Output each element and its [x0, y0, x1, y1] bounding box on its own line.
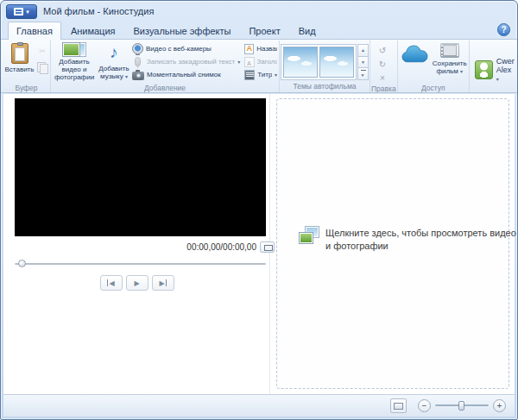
gallery-scroll-down-button[interactable]: ▼	[357, 56, 369, 68]
rotate-right-button[interactable]: ↻	[375, 58, 390, 70]
next-frame-button[interactable]: ▶	[152, 275, 174, 291]
webcam-icon	[132, 43, 143, 54]
ribbon-group-add: Добавить видео и фотографии ♪ Добавить м…	[51, 41, 280, 92]
tab-project[interactable]: Проект	[240, 22, 288, 39]
ribbon: Вставить ✂ Буфер Добавить видео и фотогр…	[1, 39, 517, 93]
record-narration-button[interactable]: Записать закадровый текст ▾	[131, 55, 243, 68]
snapshot-button[interactable]: Моментальный снимок	[131, 68, 243, 81]
ribbon-group-edit: ↺ ↻ × Правка	[370, 41, 398, 92]
add-videos-button[interactable]: Добавить видео и фотографии	[52, 41, 97, 83]
scissors-icon: ✂	[39, 47, 46, 55]
zoom-in-button[interactable]: +	[493, 399, 506, 412]
photos-icon	[300, 227, 319, 243]
play-button[interactable]: ▶	[126, 275, 148, 291]
save-movie-label: Сохранить фильм ▾	[433, 60, 467, 76]
chevron-down-icon: ▾	[125, 74, 128, 79]
microphone-icon	[135, 57, 141, 66]
ribbon-tab-row: Главная Анимация Визуальные эффекты Прое…	[1, 20, 517, 39]
paste-label: Вставить	[5, 66, 35, 73]
fit-icon	[394, 403, 403, 410]
title-button[interactable]: A Название	[243, 42, 278, 55]
gallery-more-button[interactable]: ▼	[357, 67, 369, 80]
ribbon-group-share: Сохранить фильм ▾ Доступ	[398, 41, 470, 92]
add-videos-label: Добавить видео и фотографии	[53, 58, 96, 81]
theme-thumbnail-default[interactable]	[283, 47, 318, 78]
window-title: Мой фильм - Киностудия	[43, 6, 154, 16]
tab-animation[interactable]: Анимация	[62, 22, 124, 39]
themes-gallery: ▲ ▼ ▼	[281, 44, 369, 80]
account-name: Cwer Alex ▾	[496, 57, 515, 84]
next-frame-icon: ▶	[159, 279, 164, 287]
avatar	[475, 60, 493, 79]
theme-thumbnail-contemporary[interactable]	[319, 47, 354, 78]
account-button[interactable]: Cwer Alex ▾	[470, 41, 518, 92]
save-movie-icon	[440, 43, 459, 58]
zoom-slider[interactable]	[435, 400, 489, 411]
frame-bar-icon	[166, 279, 167, 286]
paste-icon	[11, 43, 28, 64]
previous-frame-icon: ◀	[109, 279, 114, 287]
fit-to-window-button[interactable]	[390, 398, 407, 413]
video-preview	[15, 98, 266, 236]
rotate-left-button[interactable]: ↺	[375, 44, 390, 56]
rotate-left-icon: ↺	[379, 46, 386, 55]
save-movie-button[interactable]: Сохранить фильм ▾	[432, 41, 468, 83]
music-note-icon: ♪	[110, 43, 118, 63]
minus-icon: −	[422, 402, 427, 411]
help-button[interactable]: ?	[497, 23, 510, 36]
remove-icon: ×	[380, 73, 385, 83]
zoom-out-button[interactable]: −	[418, 399, 431, 412]
tab-home[interactable]: Главная	[8, 22, 61, 40]
ribbon-group-clipboard: Вставить ✂ Буфер	[3, 41, 51, 92]
group-label-share: Доступ	[399, 83, 468, 92]
copy-button[interactable]	[35, 60, 49, 73]
cut-button[interactable]: ✂	[35, 44, 49, 57]
group-label-edit: Правка	[371, 84, 396, 92]
chevron-down-icon: ▾	[460, 69, 463, 74]
add-videos-icon	[63, 43, 85, 56]
add-small-column-1: Видео с веб-камеры Записать закадровый т…	[131, 41, 243, 81]
seek-track[interactable]	[15, 263, 266, 265]
credits-slide-icon	[244, 70, 255, 80]
preview-pane: 00:00,00/00:00,00 ◀ ▶ ▶	[3, 94, 270, 394]
playback-timestamp: 00:00,00/00:00,00	[186, 242, 256, 252]
caption-button[interactable]: A Заголовок	[243, 55, 278, 68]
app-window: ▾ Мой фильм - Киностудия Главная Анимаци…	[0, 0, 518, 420]
onedrive-share-button[interactable]	[399, 41, 430, 83]
storyboard-drop-area[interactable]: Щелкните здесь, чтобы просмотреть видео …	[276, 98, 509, 389]
remove-button[interactable]: ×	[375, 72, 390, 84]
seek-thumb[interactable]	[18, 260, 26, 267]
plus-icon: +	[497, 402, 502, 411]
chevron-down-icon: ▾	[496, 77, 499, 82]
arrow-down-icon: ▼	[361, 60, 365, 65]
playback-controls: ◀ ▶ ▶	[3, 275, 270, 291]
app-icon	[14, 8, 23, 16]
chevron-down-icon: ▾	[237, 59, 240, 65]
frame-bar-icon	[107, 279, 108, 286]
gallery-scroll-up-button[interactable]: ▲	[357, 44, 369, 56]
add-music-button[interactable]: ♪ Добавить музыку ▾	[97, 41, 131, 83]
zoom-thumb[interactable]	[458, 401, 464, 411]
gallery-more-icon: ▼	[361, 72, 365, 78]
tab-visual-effects[interactable]: Визуальные эффекты	[125, 22, 240, 39]
credits-button[interactable]: Титры ▾	[243, 68, 278, 81]
storyboard-hint[interactable]: Щелкните здесь, чтобы просмотреть видео …	[300, 227, 518, 253]
copy-icon	[37, 62, 47, 72]
arrow-up-icon: ▲	[361, 47, 365, 53]
seek-slider[interactable]	[15, 260, 266, 267]
app-menu-button[interactable]: ▾	[6, 4, 37, 19]
paste-button[interactable]: Вставить	[3, 41, 35, 83]
storyboard-pane: Щелкните здесь, чтобы просмотреть видео …	[270, 94, 515, 394]
add-small-column-2: A Название A Заголовок Титры ▾	[243, 41, 278, 81]
tab-view[interactable]: Вид	[290, 22, 325, 39]
storyboard-hint-text: Щелкните здесь, чтобы просмотреть видео …	[325, 227, 518, 253]
chevron-down-icon: ▾	[26, 9, 29, 15]
chevron-down-icon: ▾	[275, 72, 277, 78]
cloud-icon	[401, 43, 428, 64]
rotate-right-icon: ↻	[379, 60, 386, 69]
group-label-clipboard: Буфер	[3, 83, 49, 92]
previous-frame-button[interactable]: ◀	[100, 275, 123, 291]
add-music-label: Добавить музыку ▾	[98, 65, 130, 81]
camera-icon	[132, 72, 144, 80]
webcam-video-button[interactable]: Видео с веб-камеры	[131, 42, 243, 55]
